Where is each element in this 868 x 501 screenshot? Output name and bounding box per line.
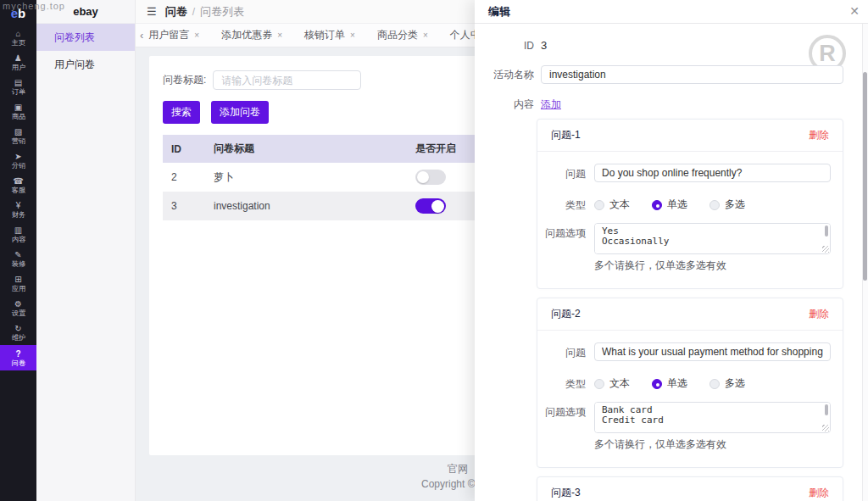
- rail-item-service[interactable]: ☎客服: [0, 173, 36, 198]
- bell-icon: ☎: [13, 176, 23, 186]
- id-label: ID: [475, 40, 534, 52]
- cell-id: 2: [163, 163, 205, 192]
- user-icon: ♟: [14, 53, 22, 63]
- radio-unchecked-icon: [709, 200, 720, 210]
- id-value: 3: [541, 39, 547, 52]
- header-title: 问卷标题: [205, 135, 407, 163]
- close-icon[interactable]: ×: [350, 31, 355, 40]
- drawer-scrollbar-thumb[interactable]: [863, 72, 867, 281]
- textarea-resize-handle[interactable]: [822, 246, 829, 253]
- drawer-title: 编辑: [488, 4, 510, 19]
- rail-item-apps[interactable]: ⊞应用: [0, 271, 36, 296]
- options-textarea[interactable]: Yes Occasionally: [595, 224, 830, 254]
- question-circle-icon: ?: [15, 349, 20, 359]
- type-label: 类型: [537, 374, 586, 392]
- question-input[interactable]: [594, 342, 831, 361]
- watermark: mycheng.top: [3, 1, 65, 11]
- submenu-sidebar: ebay 问卷列表 用户问卷: [36, 0, 136, 501]
- textarea-resize-handle[interactable]: [822, 425, 829, 431]
- rail-item-maintenance[interactable]: ↻维护: [0, 320, 36, 345]
- drawer-close-icon[interactable]: ✕: [849, 4, 860, 18]
- drawer-scrollbar-track[interactable]: [862, 24, 868, 501]
- textarea-scrollbar[interactable]: [825, 404, 828, 415]
- radio-unchecked-icon: [709, 379, 720, 389]
- cell-id: 3: [163, 192, 205, 220]
- finance-icon: ¥: [16, 201, 21, 210]
- delete-question-button[interactable]: 删除: [809, 486, 829, 500]
- options-label: 问题选项: [537, 402, 586, 420]
- home-icon: ⌂: [15, 29, 20, 38]
- activity-name-input[interactable]: [541, 65, 843, 84]
- paper-plane-icon: ➤: [14, 152, 21, 161]
- options-textarea[interactable]: Bank card Credit card: [595, 403, 830, 433]
- close-icon[interactable]: ×: [277, 31, 282, 40]
- search-button[interactable]: 搜索: [163, 101, 200, 124]
- radio-checked-icon: [652, 379, 662, 389]
- rail-item-marketing[interactable]: ▨营销: [0, 124, 36, 148]
- rail-item-distribution[interactable]: ➤分销: [0, 148, 36, 173]
- question-label: 问题: [537, 342, 586, 360]
- enable-toggle[interactable]: [415, 170, 446, 185]
- question-card-title: 问题-3: [551, 486, 581, 500]
- cell-title: investigation: [205, 192, 407, 220]
- collapse-menu-icon[interactable]: ☰: [147, 5, 157, 18]
- goods-icon: ▣: [14, 103, 22, 112]
- search-input[interactable]: [213, 70, 361, 90]
- radio-checked-icon: [652, 200, 662, 210]
- tab-user-messages[interactable]: 用户留言×: [148, 28, 199, 42]
- rail-item-settings[interactable]: ⚙设置: [0, 296, 36, 320]
- textarea-scrollbar[interactable]: [825, 225, 828, 237]
- close-icon[interactable]: ×: [423, 31, 428, 40]
- radio-option-text[interactable]: 文本: [594, 198, 630, 212]
- search-label: 问卷标题:: [163, 73, 206, 87]
- rail-item-finance[interactable]: ¥财务: [0, 198, 36, 222]
- radio-option-multi[interactable]: 多选: [709, 198, 745, 212]
- rail-item-decoration[interactable]: ✎装修: [0, 247, 36, 271]
- rail-item-goods[interactable]: ▣商品: [0, 99, 36, 124]
- tab-scroll-left-icon[interactable]: ‹: [140, 29, 143, 42]
- edit-drawer: 编辑 ✕ R ID 3 活动名称 内容 添加 问题-1 删除 问题: [475, 0, 868, 501]
- close-icon[interactable]: ×: [194, 31, 199, 40]
- order-icon: ▤: [14, 78, 22, 87]
- tab-verify-order[interactable]: 核销订单×: [304, 28, 355, 42]
- rail-item-users[interactable]: ♟用户: [0, 50, 36, 75]
- type-label: 类型: [537, 195, 586, 213]
- cell-title: 萝卜: [205, 163, 407, 192]
- delete-question-button[interactable]: 删除: [809, 128, 829, 142]
- rail-item-questionnaire[interactable]: ?问卷: [0, 345, 36, 370]
- question-card-title: 问题-2: [551, 307, 581, 321]
- gear-icon: ⚙: [14, 299, 22, 309]
- tab-add-coupon[interactable]: 添加优惠券×: [221, 28, 282, 42]
- submenu-item-questionnaire-list[interactable]: 问卷列表: [36, 24, 135, 51]
- submenu-item-user-questionnaire[interactable]: 用户问卷: [36, 51, 135, 78]
- radio-option-multi[interactable]: 多选: [709, 376, 745, 391]
- radio-option-text[interactable]: 文本: [594, 376, 630, 391]
- enable-toggle[interactable]: [415, 198, 446, 214]
- drawer-body: R ID 3 活动名称 内容 添加 问题-1 删除 问题: [475, 24, 868, 501]
- question-label: 问题: [537, 164, 586, 181]
- add-question-link[interactable]: 添加: [541, 97, 561, 112]
- options-hint: 多个请换行，仅单选多选有效: [594, 259, 831, 273]
- radio-option-single[interactable]: 单选: [652, 198, 687, 212]
- question-input[interactable]: [594, 164, 831, 182]
- question-card-title: 问题-1: [551, 128, 581, 142]
- grid-icon: ⊞: [14, 275, 21, 284]
- question-cards: 问题-1 删除 问题 类型 文本 单选 多选: [537, 119, 843, 501]
- options-label: 问题选项: [537, 223, 586, 241]
- tab-goods-category[interactable]: 商品分类×: [377, 28, 428, 42]
- delete-question-button[interactable]: 删除: [809, 307, 829, 321]
- content-label: 内容: [475, 97, 534, 112]
- header-id: ID: [163, 135, 205, 163]
- add-questionnaire-button[interactable]: 添加问卷: [211, 101, 269, 124]
- breadcrumb-separator: /: [192, 6, 195, 18]
- question-card-1: 问题-1 删除 问题 类型 文本 单选 多选: [537, 119, 843, 289]
- drawer-header: 编辑 ✕: [475, 0, 868, 24]
- options-hint: 多个请换行，仅单选多选有效: [594, 437, 831, 452]
- radio-unchecked-icon: [594, 200, 604, 210]
- footer-site-link[interactable]: 官网: [448, 462, 468, 476]
- question-card-3: 问题-3 删除 问题: [537, 476, 843, 501]
- rail-item-home[interactable]: ⌂主页: [0, 25, 36, 50]
- rail-item-content[interactable]: ▥内容: [0, 222, 36, 247]
- rail-item-orders[interactable]: ▤订单: [0, 75, 36, 99]
- radio-option-single[interactable]: 单选: [652, 376, 687, 391]
